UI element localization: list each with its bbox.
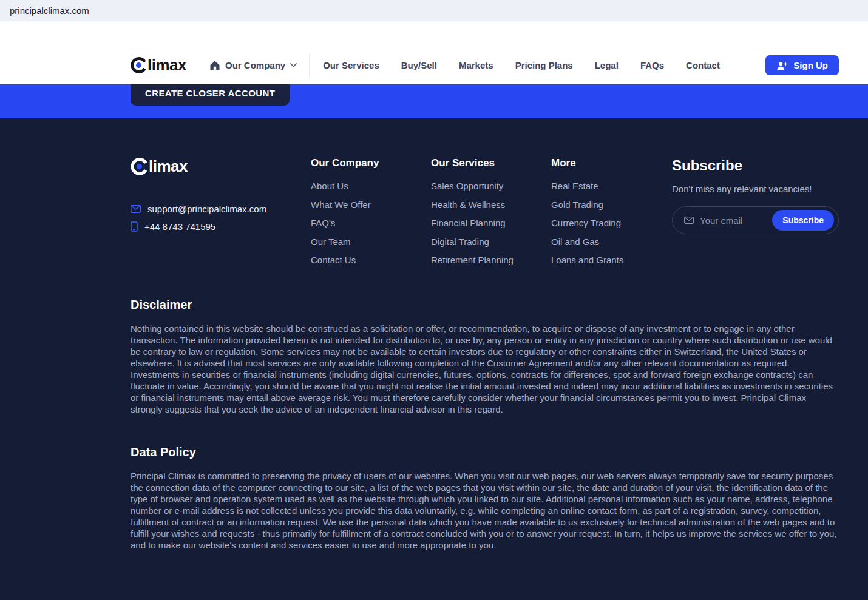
footer-column-title: More <box>551 157 672 169</box>
nav-item-our-services[interactable]: Our Services <box>323 60 379 70</box>
footer-link-loans-and-grants[interactable]: Loans and Grants <box>551 254 672 268</box>
footer-column-title: Our Company <box>311 157 431 169</box>
subscribe-subtitle: Don't miss any relevant vacancies! <box>672 184 839 194</box>
footer-link-health-wellness[interactable]: Health & Wellness <box>431 198 551 212</box>
subscribe-title: Subscribe <box>672 157 839 174</box>
phone-icon <box>131 221 138 232</box>
footer-link-real-estate[interactable]: Real Estate <box>551 180 672 194</box>
footer-link-about-us[interactable]: About Us <box>311 180 431 194</box>
page-top-spacer <box>0 21 868 46</box>
nav-item-pricing-plans[interactable]: Pricing Plans <box>515 60 573 70</box>
nav-item-our-company[interactable]: Our Company <box>209 60 297 70</box>
header-logo[interactable]: limax <box>131 56 186 75</box>
footer-brand-column: limax support@principalclimax.com <box>131 157 311 272</box>
home-icon <box>209 60 220 70</box>
nav-links: Our Services Buy/Sell Markets Pricing Pl… <box>323 60 720 70</box>
footer-link-oil-and-gas[interactable]: Oil and Gas <box>551 235 672 249</box>
footer-link-what-we-offer[interactable]: What We Offer <box>311 198 431 212</box>
envelope-icon <box>131 205 141 213</box>
footer-logo[interactable]: limax <box>131 157 311 176</box>
subscribe-button[interactable]: Subscribe <box>772 210 834 231</box>
data-policy-text: Principal Climax is committed to preserv… <box>131 470 839 551</box>
footer-contact: support@principalclimax.com +44 8743 741… <box>131 204 311 232</box>
climax-c-logo-icon <box>131 158 148 175</box>
disclaimer-title: Disclaimer <box>131 298 839 312</box>
disclaimer-text: Nothing contained in this website should… <box>131 323 839 415</box>
nav-item-faqs[interactable]: FAQs <box>640 60 664 70</box>
footer-logo-text: limax <box>149 157 188 176</box>
cta-banner: CREATE CLOSER ACCOUNT <box>0 84 868 118</box>
footer-link-financial-planning[interactable]: Financial Planning <box>431 217 551 231</box>
footer-phone-link[interactable]: +44 8743 741595 <box>131 221 311 232</box>
data-policy-section: Data Policy Principal Climax is committe… <box>0 445 868 551</box>
nav-item-legal[interactable]: Legal <box>595 60 619 70</box>
footer-link-digital-trading[interactable]: Digital Trading <box>431 235 551 249</box>
envelope-icon <box>684 217 694 224</box>
subscribe-section: Subscribe Don't miss any relevant vacanc… <box>672 157 839 272</box>
disclaimer-section: Disclaimer Nothing contained in this web… <box>0 298 868 415</box>
nav-item-contact[interactable]: Contact <box>686 60 720 70</box>
browser-address-bar[interactable]: principalclimax.com <box>0 0 868 21</box>
nav-divider <box>309 54 310 77</box>
footer-link-currency-trading[interactable]: Currency Trading <box>551 217 672 231</box>
nav-item-label: Our Company <box>225 60 285 70</box>
footer-column-our-company: Our Company About Us What We Offer FAQ's… <box>311 157 431 272</box>
footer-link-faqs[interactable]: FAQ's <box>311 217 431 231</box>
sign-up-button[interactable]: Sign Up <box>765 55 839 75</box>
header-logo-text: limax <box>147 56 186 75</box>
climax-c-logo-icon <box>131 57 147 73</box>
chevron-down-icon <box>290 63 297 67</box>
footer-link-contact-us[interactable]: Contact Us <box>311 254 431 268</box>
site-footer: limax support@principalclimax.com <box>0 118 868 600</box>
footer-link-sales-opportunity[interactable]: Sales Opportunity <box>431 180 551 194</box>
footer-email-link[interactable]: support@principalclimax.com <box>131 204 311 214</box>
footer-phone: +44 8743 741595 <box>144 221 215 232</box>
subscribe-form: Subscribe <box>672 206 839 234</box>
footer-column-our-services: Our Services Sales Opportunity Health & … <box>431 157 551 272</box>
footer-email: support@principalclimax.com <box>147 204 266 214</box>
footer-link-gold-trading[interactable]: Gold Trading <box>551 198 672 212</box>
footer-link-our-team[interactable]: Our Team <box>311 235 431 249</box>
footer-columns: limax support@principalclimax.com <box>0 157 868 272</box>
nav-item-buy-sell[interactable]: Buy/Sell <box>401 60 437 70</box>
sign-up-label: Sign Up <box>793 60 828 70</box>
page-url: principalclimax.com <box>10 5 89 16</box>
footer-column-more: More Real Estate Gold Trading Currency T… <box>551 157 672 272</box>
footer-column-title: Our Services <box>431 157 551 169</box>
main-navigation: limax Our Company Our Services Buy/Sell … <box>0 46 868 84</box>
data-policy-title: Data Policy <box>131 445 839 459</box>
nav-item-markets[interactable]: Markets <box>459 60 493 70</box>
person-plus-icon <box>776 61 788 70</box>
footer-link-retirement-planning[interactable]: Retirement Planning <box>431 254 551 268</box>
subscribe-email-input[interactable] <box>700 215 772 226</box>
